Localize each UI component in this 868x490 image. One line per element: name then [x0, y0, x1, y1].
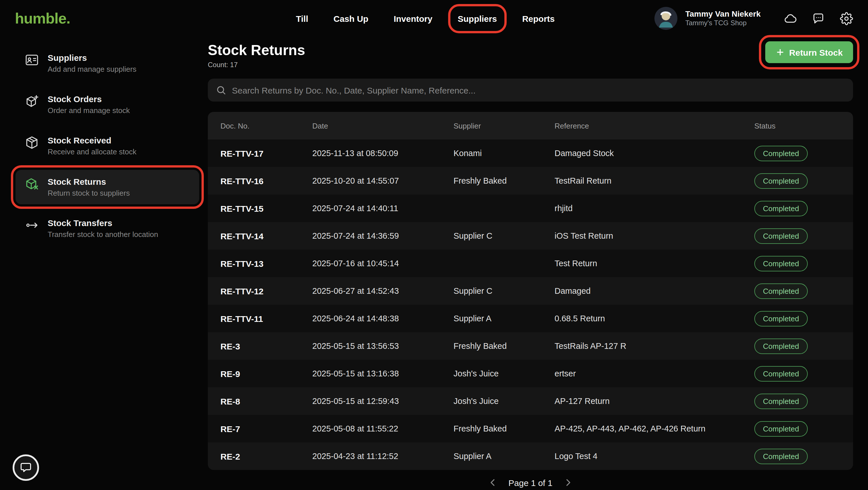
column-reference: Reference [555, 121, 754, 130]
user-cluster: Tammy Van Niekerk Tammy's TCG Shop [654, 7, 853, 30]
cell-date: 2025-05-15 at 12:59:43 [312, 396, 454, 406]
settings-button[interactable] [840, 12, 853, 25]
table-row[interactable]: RE-3 2025-05-15 at 13:56:53 Freshly Bake… [208, 332, 853, 360]
cell-reference: TestRails AP-127 R [555, 341, 754, 351]
table-body: RE-TTV-17 2025-11-13 at 08:50:09 Konami … [208, 139, 853, 470]
sidebar-item-stock-received[interactable]: Stock Received Receive and allocate stoc… [16, 129, 199, 163]
search-bar [208, 78, 853, 102]
cell-supplier: Supplier C [454, 231, 555, 240]
cell-doc-no: RE-3 [220, 341, 312, 351]
chat-button[interactable] [812, 12, 825, 25]
table-row[interactable]: RE-TTV-13 2025-07-16 at 10:45:14 Test Re… [208, 250, 853, 277]
sidebar-item-subtitle: Receive and allocate stock [48, 146, 136, 157]
cell-supplier: Josh's Juice [454, 369, 555, 378]
sidebar-item-suppliers[interactable]: Suppliers Add and manage suppliers [16, 46, 199, 80]
cell-date: 2025-05-15 at 13:56:53 [312, 341, 454, 351]
nav-till[interactable]: Till [296, 13, 308, 23]
cell-status: Completed [754, 256, 840, 271]
table-row[interactable]: RE-TTV-11 2025-06-24 at 14:48:38 Supplie… [208, 305, 853, 332]
cell-supplier: Freshly Baked [454, 341, 555, 351]
supplier-card-icon [25, 53, 39, 67]
status-badge: Completed [754, 256, 808, 271]
cell-doc-no: RE-8 [220, 396, 312, 406]
returns-table: Doc. No. Date Supplier Reference Status … [208, 112, 853, 470]
cell-date: 2025-07-24 at 14:36:59 [312, 231, 454, 240]
search-input[interactable] [208, 78, 853, 102]
column-status: Status [754, 121, 840, 130]
sidebar-item-stock-orders[interactable]: Stock Orders Order and manage stock [16, 87, 199, 122]
table-row[interactable]: RE-TTV-12 2025-06-27 at 14:52:43 Supplie… [208, 277, 853, 305]
sidebar-item-text: Stock Returns Return stock to suppliers [48, 175, 130, 198]
page-title: Stock Returns [208, 41, 305, 59]
cell-date: 2025-05-15 at 13:16:38 [312, 369, 454, 378]
page-indicator: Page 1 of 1 [508, 478, 552, 487]
table-row[interactable]: RE-TTV-14 2025-07-24 at 14:36:59 Supplie… [208, 222, 853, 250]
status-badge: Completed [754, 283, 808, 299]
cell-doc-no: RE-2 [220, 451, 312, 461]
user-name-block: Tammy Van Niekerk Tammy's TCG Shop [685, 9, 761, 28]
main-content: Stock Returns Count: 17 Return Stock [208, 37, 853, 490]
cell-reference: Damaged Stock [555, 149, 754, 158]
cloud-button[interactable] [784, 12, 797, 25]
table-row[interactable]: RE-9 2025-05-15 at 13:16:38 Josh's Juice… [208, 360, 853, 387]
status-badge: Completed [754, 200, 808, 216]
nav-reports[interactable]: Reports [522, 13, 555, 23]
cell-doc-no: RE-TTV-14 [220, 231, 312, 241]
cell-status: Completed [754, 393, 840, 409]
sidebar-item-subtitle: Transfer stock to another location [48, 229, 158, 240]
cell-supplier: Supplier A [454, 314, 555, 323]
cell-reference: iOS Test Return [555, 231, 754, 240]
status-badge: Completed [754, 173, 808, 189]
sidebar: Suppliers Add and manage suppliers Stock… [0, 37, 208, 253]
table-row[interactable]: RE-TTV-17 2025-11-13 at 08:50:09 Konami … [208, 139, 853, 167]
sidebar-item-text: Suppliers Add and manage suppliers [48, 52, 136, 74]
search-icon [216, 85, 226, 95]
table-row[interactable]: RE-TTV-16 2025-10-20 at 14:55:07 Freshly… [208, 167, 853, 195]
cell-reference: Test Return [555, 259, 754, 268]
table-row[interactable]: RE-7 2025-05-08 at 11:55:22 Freshly Bake… [208, 415, 853, 443]
avatar-graphic [654, 7, 677, 30]
count-label: Count: 17 [208, 61, 305, 69]
brand-logo[interactable]: humble. [15, 9, 70, 27]
table-header: Doc. No. Date Supplier Reference Status [208, 112, 853, 139]
cell-supplier: Supplier A [454, 452, 555, 461]
sidebar-item-subtitle: Order and manage stock [48, 105, 130, 116]
next-page-button[interactable] [561, 475, 577, 490]
prev-page-button[interactable] [484, 475, 500, 490]
cell-reference: rhjitd [555, 204, 754, 213]
cell-date: 2025-05-08 at 11:55:22 [312, 424, 454, 433]
sidebar-item-title: Stock Returns [48, 175, 130, 188]
cell-supplier: Supplier C [454, 286, 555, 295]
cloud-icon [784, 12, 797, 25]
gear-icon [840, 12, 853, 25]
sidebar-item-subtitle: Return stock to suppliers [48, 188, 130, 198]
sidebar-item-stock-returns[interactable]: Stock Returns Return stock to suppliers [16, 170, 199, 204]
status-badge: Completed [754, 393, 808, 409]
column-doc-no: Doc. No. [220, 121, 312, 130]
cell-doc-no: RE-TTV-16 [220, 176, 312, 186]
chat-icon [812, 12, 825, 25]
cell-reference: AP-425, AP-443, AP-462, AP-426 Return [555, 424, 754, 433]
cell-date: 2025-06-24 at 14:48:38 [312, 314, 454, 323]
sidebar-item-stock-transfers[interactable]: Stock Transfers Transfer stock to anothe… [16, 211, 199, 246]
table-row[interactable]: RE-2 2025-04-23 at 11:12:52 Supplier A L… [208, 443, 853, 470]
nav-suppliers[interactable]: Suppliers [458, 13, 497, 23]
column-supplier: Supplier [454, 121, 555, 130]
cell-doc-no: RE-TTV-13 [220, 259, 312, 268]
chat-launcher-button[interactable] [12, 454, 39, 481]
cell-status: Completed [754, 338, 840, 354]
cell-date: 2025-11-13 at 08:50:09 [312, 149, 454, 158]
status-badge: Completed [754, 338, 808, 354]
table-row[interactable]: RE-TTV-15 2025-07-24 at 14:40:11 rhjitd … [208, 195, 853, 222]
avatar[interactable] [654, 7, 677, 30]
nav-inventory[interactable]: Inventory [394, 13, 432, 23]
cell-reference: Logo Test 4 [555, 452, 754, 461]
return-stock-button[interactable]: Return Stock [765, 41, 853, 63]
cell-doc-no: RE-TTV-12 [220, 286, 312, 296]
cell-doc-no: RE-9 [220, 369, 312, 379]
header-icons [784, 12, 853, 25]
nav-cash-up[interactable]: Cash Up [334, 13, 369, 23]
sidebar-item-title: Stock Orders [48, 93, 130, 105]
table-row[interactable]: RE-8 2025-05-15 at 12:59:43 Josh's Juice… [208, 387, 853, 415]
top-bar: humble. Till Cash Up Inventory Suppliers… [0, 0, 868, 37]
